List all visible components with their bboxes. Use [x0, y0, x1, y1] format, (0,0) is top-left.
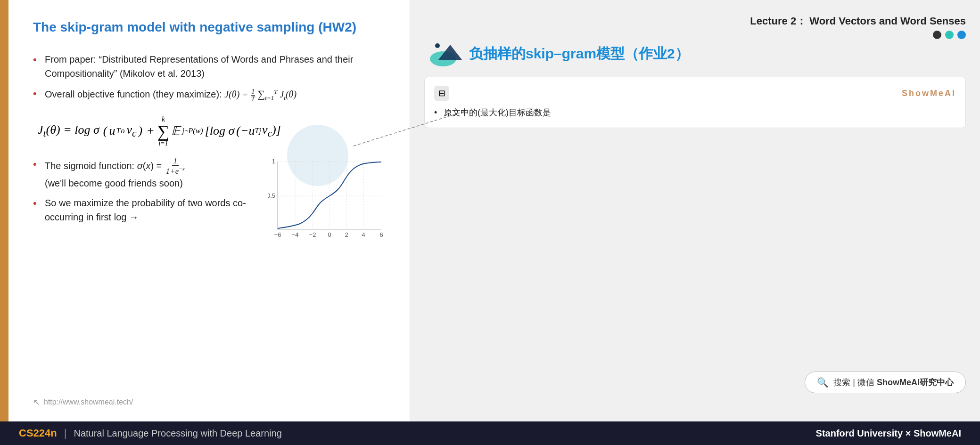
maximize-bullet: So we maximize the probability of two wo… [33, 196, 249, 224]
bullet-text-2: Overall objective function (they maximiz… [45, 89, 222, 99]
footer-description: Natural Language Processing with Deep Le… [74, 428, 281, 439]
bottom-section: The sigmoid function: σ(x) = 1 1+e−x (we… [33, 157, 386, 239]
dot-teal [945, 31, 954, 39]
topic-icon [429, 40, 462, 67]
dot-dark [933, 31, 941, 39]
search-text: 搜索 | 微信 ShowMeAI研究中心 [833, 377, 954, 388]
footer-course: CS224n [19, 427, 57, 439]
svg-point-20 [435, 43, 440, 48]
svg-text:−2: −2 [309, 231, 316, 238]
main-formula-block: Jt(θ) = log σ ( u T o vc ) + k ∑ i=1 𝔼 j… [38, 115, 386, 147]
sigmoid-svg: −6 −4 −2 0 2 4 6 1 0.5 [268, 157, 386, 239]
lecture-title: Lecture 2： Word Vectors and Word Senses [424, 9, 966, 28]
svg-text:2: 2 [345, 231, 348, 238]
svg-text:−6: −6 [274, 231, 281, 238]
bullet-item-2: Overall objective function (they maximiz… [33, 86, 386, 103]
topic-header: 负抽样的skip–gram模型（作业2） [424, 40, 966, 67]
bullet-item-1: From paper: “Distributed Representations… [33, 52, 386, 81]
topic-title-cn: 负抽样的skip–gram模型（作业2） [469, 44, 689, 64]
footer-divider: | [64, 427, 67, 439]
svg-text:−4: −4 [292, 231, 299, 238]
footer-left: CS224n | Natural Language Processing wit… [19, 427, 282, 439]
dots-row [933, 31, 966, 39]
slide-panel: The skip-gram model with negative sampli… [0, 0, 410, 421]
note-icon: ⊟ [434, 86, 449, 101]
note-card-header: ⊟ ShowMeAI [434, 86, 956, 101]
footer-right: Stanford University × ShowMeAI [816, 428, 961, 439]
search-bar[interactable]: 🔍 搜索 | 微信 ShowMeAI研究中心 [805, 372, 966, 393]
sigmoid-chart: −6 −4 −2 0 2 4 6 1 0.5 [268, 157, 386, 239]
footer: CS224n | Natural Language Processing wit… [0, 421, 980, 445]
slide-left-bar [0, 0, 8, 421]
showmeai-brand: ShowMeAI [902, 89, 956, 98]
svg-text:6: 6 [379, 231, 383, 238]
svg-text:0.5: 0.5 [268, 192, 275, 199]
search-icon: 🔍 [817, 377, 829, 388]
slide-title: The skip-gram model with negative sampli… [33, 19, 386, 36]
cursor-icon: ↖ [33, 397, 40, 407]
dot-blue [957, 31, 966, 39]
note-content: 原文中的(最大化)目标函数是 [434, 106, 956, 119]
url-text: http://www.showmeai.tech/ [44, 398, 133, 406]
svg-text:0: 0 [328, 231, 331, 238]
right-panel: Lecture 2： Word Vectors and Word Senses … [410, 0, 980, 421]
bullet-list: From paper: “Distributed Representations… [33, 52, 386, 103]
sigmoid-bullet: The sigmoid function: σ(x) = 1 1+e−x (we… [33, 157, 249, 190]
svg-text:4: 4 [362, 231, 365, 238]
formula-inline: J(θ) = 1 T ∑t=1T Jt(θ) [224, 89, 296, 99]
footer-brand: × ShowMeAI [906, 428, 961, 438]
svg-text:1: 1 [272, 158, 275, 165]
footer-university: Stanford University [816, 428, 903, 438]
bottom-bullets: The sigmoid function: σ(x) = 1 1+e−x (we… [33, 157, 249, 230]
slide-url: ↖ http://www.showmeai.tech/ [33, 397, 133, 407]
note-icon-symbol: ⊟ [438, 88, 445, 98]
note-card: ⊟ ShowMeAI 原文中的(最大化)目标函数是 [424, 77, 966, 128]
